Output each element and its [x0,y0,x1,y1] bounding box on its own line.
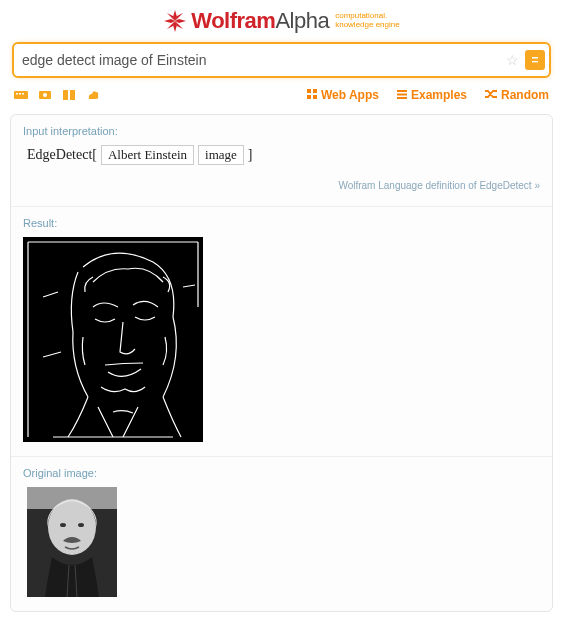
file-upload-icon[interactable] [86,89,100,101]
results-panel: Input interpretation: EdgeDetect[ Albert… [10,114,553,612]
pod-title: Input interpretation: [23,125,540,137]
svg-rect-9 [16,93,18,95]
nav-random-label: Random [501,88,549,102]
pod-original-image: Original image: [11,457,552,611]
edge-detected-image [23,237,203,442]
search-bar[interactable]: ☆ = [12,42,551,78]
svg-rect-14 [63,90,68,100]
svg-rect-17 [313,89,317,93]
svg-rect-20 [397,90,407,92]
svg-rect-8 [14,91,28,99]
nav-webapps[interactable]: Web Apps [307,88,379,102]
favorite-icon[interactable]: ☆ [506,52,519,68]
pod-result: Result: [11,207,552,457]
pod-title: Original image: [23,467,540,479]
svg-rect-19 [313,95,317,99]
toolbar-right: Web Apps Examples Random [307,88,549,102]
svg-rect-16 [307,89,311,93]
nav-webapps-label: Web Apps [321,88,379,102]
svg-rect-10 [19,93,21,95]
svg-marker-23 [495,90,497,93]
header: WolframAlpha computational. knowledge en… [0,0,563,42]
nav-examples[interactable]: Examples [397,88,467,102]
image-input-icon[interactable] [38,89,52,101]
toolbar: Web Apps Examples Random [14,88,549,102]
list-icon [397,88,407,102]
grid-icon [307,88,317,102]
svg-rect-21 [397,94,407,96]
toolbar-left [14,89,100,101]
svg-marker-1 [175,19,186,23]
interp-fn: EdgeDetect[ [27,147,97,163]
extended-keyboard-icon[interactable] [14,89,28,101]
pod-title: Result: [23,217,540,229]
svg-point-13 [43,93,47,97]
svg-point-29 [60,523,66,527]
pod-input-interpretation: Input interpretation: EdgeDetect[ Albert… [11,115,552,207]
tagline: computational. knowledge engine [335,12,400,30]
submit-button[interactable]: = [525,50,545,70]
svg-point-30 [78,523,84,527]
spikey-icon [163,9,187,33]
interp-arg-entity: Albert Einstein [101,145,194,165]
svg-rect-18 [307,95,311,99]
shuffle-icon [485,88,497,102]
definition-link[interactable]: Wolfram Language definition of EdgeDetec… [338,180,540,191]
svg-marker-3 [164,19,175,23]
interpretation-expr: EdgeDetect[ Albert Einstein image ] [27,145,540,165]
logo[interactable]: WolframAlpha computational. knowledge en… [163,8,399,34]
svg-rect-11 [22,93,24,95]
interp-arg-prop: image [198,145,244,165]
nav-examples-label: Examples [411,88,467,102]
original-image [27,487,117,597]
nav-random[interactable]: Random [485,88,549,102]
svg-marker-24 [495,96,497,99]
data-input-icon[interactable] [62,89,76,101]
svg-rect-22 [397,97,407,99]
interp-close: ] [248,147,253,163]
search-input[interactable] [22,52,506,68]
svg-rect-15 [70,90,75,100]
search-wrap: ☆ = [12,42,551,78]
logo-text: WolframAlpha [191,8,329,34]
